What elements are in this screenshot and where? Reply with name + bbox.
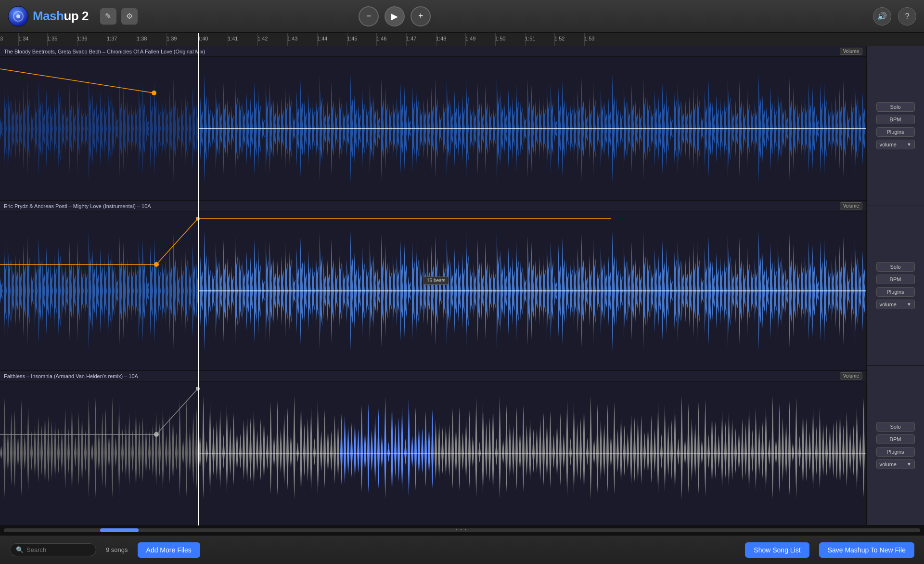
play-button[interactable]: ▶ (385, 6, 405, 26)
logo-area: Mashup 2 (8, 6, 89, 27)
waveform-2-canvas (0, 211, 866, 370)
tracks-area: The Bloody Beetroots, Greta Svabo Bech –… (0, 46, 866, 525)
track-2-volume-dropdown[interactable]: volume ▼ (876, 300, 915, 309)
transport-controls: − ▶ + (359, 6, 431, 26)
track-1-bpm-button[interactable]: BPM (876, 115, 915, 124)
track-3-title: Faithless – Insomnia (Armand Van Helden'… (4, 373, 840, 379)
track-1-header: The Bloody Beetroots, Greta Svabo Bech –… (0, 46, 866, 57)
track-3: Faithless – Insomnia (Armand Van Helden'… (0, 371, 866, 525)
track-2-plugins-button[interactable]: Plugins (876, 287, 915, 297)
timeline-mark-9: 1:42 (257, 36, 268, 41)
add-files-button[interactable]: Add More Files (138, 542, 200, 558)
track-3-waveform[interactable] (0, 381, 866, 525)
track-3-volume-label[interactable]: Volume (840, 372, 862, 380)
track-2-volume-label[interactable]: Volume (840, 202, 862, 210)
track-1-volume-label[interactable]: Volume (840, 48, 862, 55)
sidebar: Solo BPM Plugins volume ▼ Solo BPM Plugi… (866, 46, 924, 525)
timeline-mark-20: 1:53 (584, 36, 594, 41)
track-1-title: The Bloody Beetroots, Greta Svabo Bech –… (4, 49, 840, 54)
timeline-mark-12: 1:45 (347, 36, 357, 41)
track-3-plugins-button[interactable]: Plugins (876, 447, 915, 457)
fast-forward-button[interactable]: + (411, 6, 431, 26)
track-2-solo-button[interactable]: Solo (876, 262, 915, 272)
timeline-mark-10: 1:43 (287, 36, 297, 41)
svg-point-2 (16, 14, 20, 18)
timeline-mark-1: 1:34 (18, 36, 28, 41)
timeline-mark-5: 1:38 (137, 36, 147, 41)
timeline-marks: 31:341:351:361:371:381:391:401:411:421:4… (0, 33, 924, 46)
track-2-title: Eric Prydz & Andreas Postl – Mighty Love… (4, 203, 840, 209)
track-3-header: Faithless – Insomnia (Armand Van Helden'… (0, 371, 866, 381)
timeline-mark-18: 1:51 (525, 36, 535, 41)
show-song-list-button[interactable]: Show Song List (745, 542, 809, 558)
app-name: Mashup 2 (33, 9, 89, 24)
dots-indicator: ··· (455, 524, 468, 534)
timeline-mark-0: 3 (0, 36, 3, 41)
timeline-mark-7: 1:40 (198, 36, 208, 41)
timeline-mark-6: 1:39 (167, 36, 177, 41)
timeline-mark-13: 1:46 (376, 36, 386, 41)
help-button[interactable]: ? (898, 7, 916, 26)
header-right: 🔊 ? (873, 7, 916, 26)
track-3-volume-dropdown[interactable]: volume ▼ (876, 459, 915, 469)
timeline-mark-15: 1:48 (436, 36, 446, 41)
edit-button[interactable]: ✎ (100, 8, 116, 25)
track-3-solo-button[interactable]: Solo (876, 422, 915, 432)
timeline-mark-8: 1:41 (228, 36, 238, 41)
track-1-volume-dropdown[interactable]: volume ▼ (876, 140, 915, 149)
footer: 🔍 9 songs Add More Files Show Song List … (0, 535, 924, 564)
sidebar-track-3-controls: Solo BPM Plugins volume ▼ (867, 366, 924, 525)
track-2-bpm-button[interactable]: BPM (876, 275, 915, 284)
volume-button[interactable]: 🔊 (873, 7, 891, 26)
timeline[interactable]: 31:341:351:361:371:381:391:401:411:421:4… (0, 33, 924, 46)
track-3-bpm-button[interactable]: BPM (876, 434, 915, 444)
waveform-1-canvas (0, 57, 866, 200)
track-2: Eric Prydz & Andreas Postl – Mighty Love… (0, 201, 866, 371)
logo-icon (8, 6, 29, 27)
sidebar-track-1-controls: Solo BPM Plugins volume ▼ (867, 46, 924, 206)
track-2-header: Eric Prydz & Andreas Postl – Mighty Love… (0, 201, 866, 211)
timeline-mark-17: 1:50 (495, 36, 505, 41)
header-tools: ✎ ⚙ (100, 8, 138, 25)
search-icon: 🔍 (16, 546, 24, 553)
sidebar-track-2-controls: Solo BPM Plugins volume ▼ (867, 206, 924, 366)
rewind-button[interactable]: − (359, 6, 379, 26)
scrollbar-thumb[interactable] (100, 528, 139, 532)
timeline-mark-4: 1:37 (107, 36, 117, 41)
timeline-mark-16: 1:49 (465, 36, 475, 41)
songs-count: 9 songs (106, 546, 128, 553)
save-mashup-button[interactable]: Save Mashup To New File (819, 542, 914, 558)
timeline-mark-3: 1:36 (77, 36, 87, 41)
header: Mashup 2 ✎ ⚙ − ▶ + 🔊 ? (0, 0, 924, 33)
track-2-waveform[interactable]: 16 beats (0, 211, 866, 370)
main-content: The Bloody Beetroots, Greta Svabo Bech –… (0, 46, 924, 525)
track-1-plugins-button[interactable]: Plugins (876, 127, 915, 137)
track-1-waveform[interactable] (0, 57, 866, 200)
search-input[interactable] (26, 546, 90, 553)
settings-button[interactable]: ⚙ (121, 8, 138, 25)
search-box[interactable]: 🔍 (10, 543, 96, 556)
timeline-mark-2: 1:35 (47, 36, 57, 41)
timeline-mark-11: 1:44 (317, 36, 327, 41)
track-1: The Bloody Beetroots, Greta Svabo Bech –… (0, 46, 866, 201)
timeline-playhead (198, 33, 199, 46)
timeline-mark-14: 1:47 (406, 36, 416, 41)
timeline-mark-19: 1:52 (554, 36, 565, 41)
waveform-3-canvas (0, 381, 866, 525)
track-1-solo-button[interactable]: Solo (876, 102, 915, 112)
